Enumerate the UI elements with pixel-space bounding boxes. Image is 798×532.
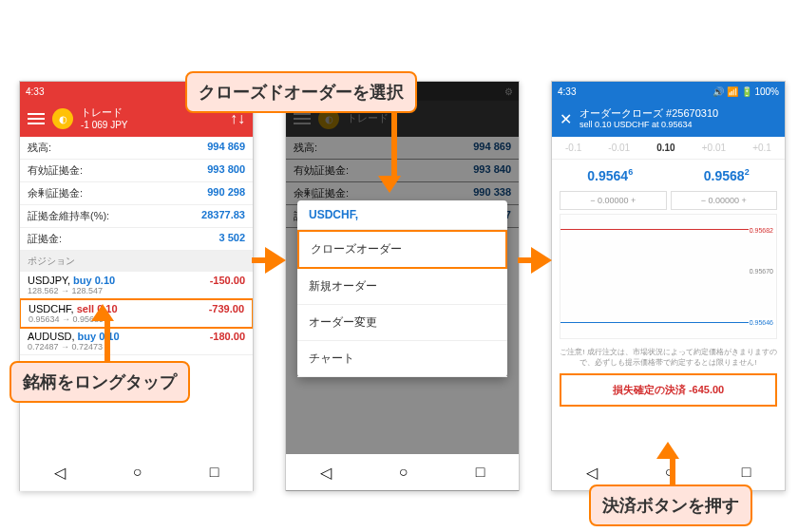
menu-item-3[interactable]: チャート [297, 341, 507, 377]
menu-item-1[interactable]: 新規オーダー [297, 269, 507, 305]
app-logo-icon: ◐ [52, 108, 73, 129]
menu-header: USDCHF, [297, 200, 507, 230]
position-row[interactable]: AUDUSD, buy 0.10-180.000.72487 → 0.72473 [20, 328, 253, 355]
tick-chart: 0.95682 0.95670 0.95646 [560, 214, 777, 339]
callout-select-close-order: クローズドオーダーを選択 [185, 71, 417, 113]
recent-icon[interactable]: □ [210, 464, 219, 481]
back-icon[interactable]: ◁ [586, 464, 598, 482]
position-row[interactable]: USDJPY, buy 0.10-150.00128.562 → 128.547 [20, 272, 253, 299]
warning-note: ご注意! 成行注文は、市場状況によって約定価格がきまりますので、必ずしも提示価格… [552, 343, 785, 371]
back-icon[interactable]: ◁ [54, 464, 66, 482]
section-positions: ポジション [20, 251, 253, 272]
header-title: オーダークローズ #25670310 [580, 107, 718, 120]
context-menu: USDCHF, クローズオーダー新規オーダーオーダー変更チャート [297, 200, 507, 377]
menu-item-0[interactable]: クローズオーダー [297, 230, 507, 269]
home-icon[interactable]: ○ [399, 464, 408, 481]
balance-row: 証拠金維持率(%):28377.83 [20, 205, 253, 228]
menu-icon[interactable] [28, 110, 45, 127]
callout-press-settle: 決済ボタンを押す [589, 484, 752, 526]
close-with-loss-button[interactable]: 損失確定の決済 -645.00 [560, 373, 777, 407]
bid-price: 0.95646 [587, 167, 633, 183]
app-header: ✕ オーダークローズ #25670310sell 0.10 USDCHF at … [552, 101, 785, 137]
menu-item-2[interactable]: オーダー変更 [297, 305, 507, 341]
back-icon[interactable]: ◁ [320, 464, 332, 482]
header-title: トレード [81, 106, 127, 119]
phone-trade-screen: 4:33▾ ⚙ ◐ トレード-1 069 JPY ↑↓ 残高:994 869有効… [19, 81, 254, 491]
status-bar: 4:33🔊 📶 🔋 100% [552, 82, 785, 101]
recent-icon[interactable]: □ [476, 464, 485, 481]
qty-stepper[interactable]: -0.1-0.010.10+0.01+0.1 [552, 137, 785, 160]
balance-row: 証拠金:3 502 [20, 228, 253, 251]
sl-input[interactable]: − 0.00000 + [560, 191, 667, 210]
phone-context-menu: 4:33⚙ ◐ トレード 残高:994 869有効証拠金:993 840余剰証拠… [285, 81, 520, 491]
callout-long-tap-symbol: 銘柄をロングタップ [10, 361, 190, 403]
header-sub: sell 0.10 USDCHF at 0.95634 [580, 120, 718, 130]
balance-row: 有効証拠金:993 800 [20, 160, 253, 182]
home-icon[interactable]: ○ [133, 464, 142, 481]
header-pl: -1 069 JPY [81, 120, 127, 131]
android-nav: ◁ ○ □ [286, 454, 519, 490]
balance-row: 余剰証拠金:990 298 [20, 182, 253, 205]
ask-price: 0.95682 [704, 167, 750, 183]
position-row[interactable]: USDCHF, sell 0.10-739.000.95634 → 0.9568… [20, 298, 253, 329]
phone-close-order: 4:33🔊 📶 🔋 100% ✕ オーダークローズ #25670310sell … [551, 81, 786, 491]
close-icon[interactable]: ✕ [560, 110, 572, 128]
tp-input[interactable]: − 0.00000 + [671, 191, 778, 210]
balance-row: 残高:994 869 [20, 137, 253, 160]
recent-icon[interactable]: □ [742, 464, 751, 481]
android-nav: ◁ ○ □ [20, 454, 253, 490]
